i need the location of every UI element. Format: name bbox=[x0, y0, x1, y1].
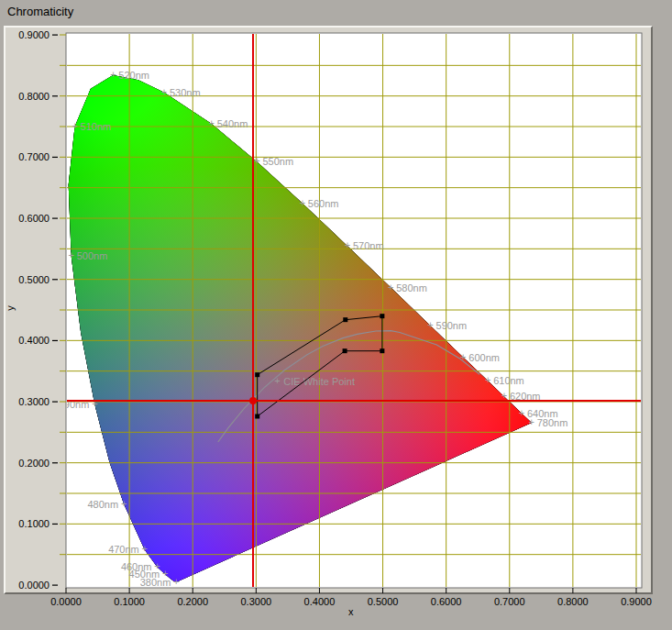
y-tick bbox=[52, 157, 58, 158]
chromaticity-chart: +380nm+450nm+460nm+470nm+480nm+490nm+500… bbox=[0, 0, 672, 630]
white-point: +CIE White Point bbox=[274, 375, 355, 387]
bin-vertex-marker bbox=[380, 314, 384, 318]
wavelength-marker-icon: + bbox=[388, 282, 393, 293]
x-tick-label: 0.2000 bbox=[177, 596, 208, 607]
bin-vertex-marker bbox=[255, 414, 259, 419]
wavelength-label-470nm: 470nm bbox=[108, 544, 139, 555]
wavelength-label-520nm: 520nm bbox=[118, 70, 149, 81]
white-point-marker-icon: + bbox=[274, 375, 280, 386]
y-tick-label: 0.0000 bbox=[18, 580, 50, 591]
wavelength-label-600nm: 600nm bbox=[468, 352, 500, 363]
y-tick-label: 0.7000 bbox=[18, 151, 50, 162]
wavelength-marker-icon: + bbox=[501, 390, 507, 401]
wavelength-label-500nm: 500nm bbox=[77, 250, 108, 261]
wavelength-label-560nm: 560nm bbox=[308, 198, 339, 209]
wavelength-marker-icon: + bbox=[529, 416, 534, 427]
x-tick-label: 0.3000 bbox=[241, 596, 272, 607]
wavelength-marker-icon: + bbox=[121, 498, 127, 509]
bin-vertex-marker bbox=[343, 348, 347, 353]
wavelength-label-590nm: 590nm bbox=[436, 320, 468, 331]
wavelength-marker-icon: + bbox=[110, 69, 116, 80]
wavelength-marker-icon: + bbox=[208, 117, 214, 128]
y-tick bbox=[52, 462, 58, 463]
wavelength-label-540nm: 540nm bbox=[217, 118, 248, 129]
wavelength-marker-icon: + bbox=[173, 576, 179, 587]
y-tick bbox=[52, 279, 58, 280]
wavelength-label-510nm: 510nm bbox=[81, 121, 112, 132]
x-tick-label: 0.1000 bbox=[114, 596, 145, 607]
wavelength-marker-icon: + bbox=[72, 120, 77, 131]
y-tick bbox=[52, 35, 58, 36]
wavelength-marker-icon: + bbox=[154, 560, 160, 571]
y-tick bbox=[52, 340, 58, 341]
wavelength-marker-icon: + bbox=[162, 568, 168, 579]
wavelength-marker-icon: + bbox=[345, 239, 350, 250]
bin-vertex-marker bbox=[343, 317, 347, 322]
x-tick-label: 0.9000 bbox=[621, 596, 652, 607]
wavelength-marker-icon: + bbox=[68, 249, 73, 260]
y-tick-label: 0.4000 bbox=[18, 335, 50, 346]
x-axis-title: x bbox=[348, 606, 354, 617]
wavelength-label-550nm: 550nm bbox=[262, 156, 293, 167]
bin-vertex-marker bbox=[255, 372, 259, 377]
y-tick bbox=[52, 524, 58, 525]
y-axis-title: y bbox=[5, 305, 16, 311]
x-tick-label: 0.4000 bbox=[304, 596, 336, 607]
wavelength-label-580nm: 580nm bbox=[396, 282, 427, 293]
y-tick bbox=[52, 585, 58, 586]
wavelength-marker-icon: + bbox=[427, 319, 433, 330]
y-tick-label: 0.9000 bbox=[18, 29, 50, 40]
wavelength-marker-icon: + bbox=[485, 374, 490, 385]
x-tick-label: 0.5000 bbox=[368, 596, 399, 607]
bin-vertex-marker bbox=[380, 348, 384, 353]
white-point-label: CIE White Point bbox=[283, 376, 355, 387]
y-tick bbox=[52, 218, 58, 219]
y-tick-label: 0.2000 bbox=[18, 458, 50, 469]
wavelength-marker-icon: + bbox=[460, 351, 466, 362]
measurement-point bbox=[249, 397, 257, 404]
x-tick-label: 0.8000 bbox=[557, 596, 589, 607]
x-tick-label: 0.6000 bbox=[431, 596, 462, 607]
y-tick bbox=[52, 95, 58, 96]
wavelength-label-570nm: 570nm bbox=[353, 240, 384, 251]
wavelength-marker-icon: + bbox=[161, 86, 167, 97]
wavelength-label-460nm: 460nm bbox=[121, 561, 152, 572]
y-tick-label: 0.8000 bbox=[18, 91, 50, 102]
wavelength-marker-icon: + bbox=[142, 543, 148, 554]
y-tick-label: 0.6000 bbox=[18, 213, 50, 224]
y-tick-label: 0.3000 bbox=[18, 396, 50, 407]
wavelength-label-530nm: 530nm bbox=[170, 87, 201, 98]
y-tick-label: 0.5000 bbox=[18, 274, 50, 285]
y-tick-label: 0.1000 bbox=[18, 518, 50, 529]
x-tick-label: 0.0000 bbox=[50, 596, 82, 607]
wavelength-marker-icon: + bbox=[519, 407, 524, 418]
wavelength-marker-icon: + bbox=[300, 197, 305, 208]
x-tick-label: 0.7000 bbox=[494, 596, 525, 607]
wavelength-marker-icon: + bbox=[254, 155, 259, 166]
y-tick bbox=[52, 402, 58, 403]
wavelength-label-610nm: 610nm bbox=[493, 375, 524, 386]
wavelength-label-480nm: 480nm bbox=[87, 499, 118, 510]
wavelength-label-780nm: 780nm bbox=[537, 417, 568, 428]
